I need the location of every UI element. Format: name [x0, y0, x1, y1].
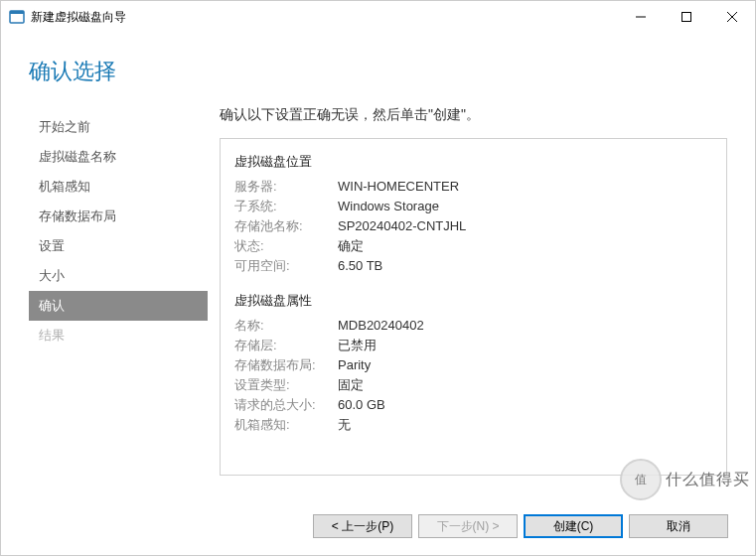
prop-label: 请求的总大小:	[234, 395, 338, 415]
titlebar: 新建虚拟磁盘向导	[1, 1, 755, 33]
prop-label: 存储池名称:	[234, 216, 338, 236]
prop-pool: 存储池名称:SP20240402-CNTJHL	[234, 216, 712, 236]
wizard-footer: < 上一步(P) 下一步(N) > 创建(C) 取消	[313, 514, 728, 538]
prop-provisioning: 设置类型:固定	[234, 375, 712, 395]
prop-layout: 存储数据布局:Parity	[234, 355, 712, 375]
prop-label: 设置类型:	[234, 375, 338, 395]
prop-value: 60.0 GB	[338, 395, 385, 415]
prop-value: 确定	[338, 236, 364, 256]
sidebar-item-enclosure[interactable]: 机箱感知	[29, 172, 208, 202]
prop-label: 存储层:	[234, 336, 338, 355]
prop-value: 无	[338, 415, 351, 435]
window-title: 新建虚拟磁盘向导	[31, 9, 618, 26]
sidebar-item-before[interactable]: 开始之前	[29, 112, 208, 142]
prop-size: 请求的总大小:60.0 GB	[234, 395, 712, 415]
prop-label: 机箱感知:	[234, 415, 338, 435]
sidebar-item-results: 结果	[29, 321, 208, 350]
sidebar-item-confirm[interactable]: 确认	[29, 291, 208, 321]
sidebar-item-layout[interactable]: 存储数据布局	[29, 202, 208, 231]
prop-label: 名称:	[234, 316, 338, 336]
prop-value: 已禁用	[338, 336, 377, 355]
prop-value: MDB20240402	[338, 316, 424, 336]
prop-label: 可用空间:	[234, 256, 338, 276]
section-location-title: 虚拟磁盘位置	[234, 153, 712, 171]
prop-tier: 存储层:已禁用	[234, 336, 712, 355]
next-button: 下一步(N) >	[418, 514, 518, 538]
prop-label: 状态:	[234, 236, 338, 256]
main-content: 确认以下设置正确无误，然后单击"创建"。 虚拟磁盘位置 服务器:WIN-HOME…	[208, 106, 727, 491]
prop-subsystem: 子系统:Windows Storage	[234, 197, 712, 216]
create-button[interactable]: 创建(C)	[524, 514, 623, 538]
section-properties-title: 虚拟磁盘属性	[234, 292, 712, 310]
prop-status: 状态:确定	[234, 236, 712, 256]
sidebar-item-provisioning[interactable]: 设置	[29, 231, 208, 261]
prop-value: 固定	[338, 375, 364, 395]
prop-value: SP20240402-CNTJHL	[338, 216, 466, 236]
prop-name: 名称:MDB20240402	[234, 316, 712, 336]
page-title: 确认选择	[29, 57, 727, 86]
prop-label: 服务器:	[234, 177, 338, 197]
svg-rect-1	[10, 11, 24, 14]
maximize-button[interactable]	[664, 1, 709, 33]
prop-server: 服务器:WIN-HOMECENTER	[234, 177, 712, 197]
wizard-steps-sidebar: 开始之前 虚拟磁盘名称 机箱感知 存储数据布局 设置 大小 确认 结果	[29, 106, 208, 491]
previous-button[interactable]: < 上一步(P)	[313, 514, 412, 538]
prop-enclosure: 机箱感知:无	[234, 415, 712, 435]
window-controls	[618, 1, 755, 33]
sidebar-item-name[interactable]: 虚拟磁盘名称	[29, 142, 208, 172]
close-button[interactable]	[709, 1, 755, 33]
prop-free: 可用空间:6.50 TB	[234, 256, 712, 276]
prop-label: 子系统:	[234, 197, 338, 216]
sidebar-item-size[interactable]: 大小	[29, 261, 208, 291]
cancel-button[interactable]: 取消	[629, 514, 728, 538]
confirmation-panel: 虚拟磁盘位置 服务器:WIN-HOMECENTER 子系统:Windows St…	[220, 138, 727, 476]
prop-value: Windows Storage	[338, 197, 439, 216]
svg-rect-3	[682, 13, 691, 22]
intro-text: 确认以下设置正确无误，然后单击"创建"。	[220, 106, 727, 124]
prop-value: 6.50 TB	[338, 256, 382, 276]
minimize-button[interactable]	[618, 1, 664, 33]
prop-value: Parity	[338, 355, 371, 375]
prop-value: WIN-HOMECENTER	[338, 177, 459, 197]
app-icon	[9, 9, 25, 25]
prop-label: 存储数据布局:	[234, 355, 338, 375]
wizard-header: 确认选择	[1, 33, 755, 94]
